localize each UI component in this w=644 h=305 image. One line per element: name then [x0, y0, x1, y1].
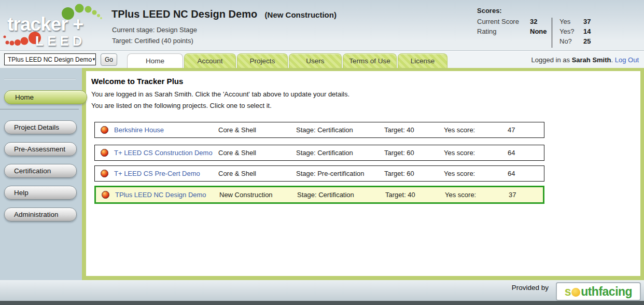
- score-label: Yes: [559, 18, 583, 25]
- sidebar-item-help[interactable]: Help: [4, 186, 77, 200]
- score-label: No?: [559, 37, 583, 45]
- southfacing-logo[interactable]: s uthfacing: [556, 282, 641, 301]
- project-name-link[interactable]: T+ LEED CS Pre-Cert Demo: [114, 170, 218, 177]
- intro-line-1: You are logged in as Sarah Smith. Click …: [91, 90, 349, 98]
- target-text: Target: Certified (40 points): [112, 37, 193, 45]
- southfacing-wordmark: s uthfacing: [565, 285, 632, 299]
- yes-score-value: 64: [508, 149, 544, 157]
- tab-projects[interactable]: Projects: [237, 53, 288, 68]
- app-logo: tracker + LEED: [3, 0, 112, 50]
- bottom-strip: [0, 301, 644, 305]
- score-label: Current Score: [477, 18, 530, 25]
- project-name-link[interactable]: Berkshire House: [114, 126, 218, 134]
- logo-wordmark-tracker: tracker +: [7, 13, 83, 35]
- project-target: Target: 60: [384, 170, 444, 177]
- yes-score-label: Yes score:: [444, 126, 508, 134]
- project-title: TPlus LEED NC Design Demo: [111, 8, 257, 20]
- project-name-link[interactable]: TPlus LEED NC Design Demo: [115, 191, 219, 199]
- project-stage: Stage: Pre-certification: [296, 170, 384, 177]
- project-rating-system: New Construction: [219, 191, 297, 199]
- project-row[interactable]: T+ LEED CS Pre-Cert Demo Core & Shell St…: [94, 165, 544, 182]
- footer: Provided by s uthfacing: [0, 280, 644, 305]
- score-value: 37: [583, 18, 591, 25]
- login-status: Logged in as Sarah Smith. Log Out: [531, 56, 639, 64]
- project-status-icon: [96, 191, 115, 199]
- project-row[interactable]: Berkshire House Core & Shell Stage: Cert…: [94, 122, 544, 138]
- score-row-yes: Yes 37: [559, 17, 605, 26]
- project-target: Target: 40: [385, 191, 445, 199]
- project-rating-system: Core & Shell: [218, 126, 296, 134]
- scores-right-column: Yes 37 Yes? 14 No? 25: [559, 17, 605, 48]
- brand-letter-s: s: [565, 285, 571, 299]
- project-rating-system: Core & Shell: [218, 149, 296, 157]
- score-row-rating: Rating None: [477, 26, 551, 36]
- go-button[interactable]: Go: [101, 53, 117, 66]
- tab-terms-of-use[interactable]: Terms of Use: [343, 53, 397, 68]
- yes-score-value: 64: [508, 170, 544, 177]
- content-frame: Welcome to Tracker Plus You are logged i…: [82, 68, 644, 280]
- project-status-icon: [95, 126, 114, 134]
- tab-users[interactable]: Users: [289, 53, 342, 68]
- scores-heading: Scores:: [477, 7, 605, 17]
- project-select[interactable]: TPlus LEED NC Design Demo ▼: [4, 53, 96, 65]
- navbar: TPlus LEED NC Design Demo ▼ Go Home Acco…: [0, 51, 644, 68]
- sidebar-divider-top: [4, 78, 76, 79]
- provided-by-text: Provided by: [512, 284, 549, 292]
- project-stage: Stage: Certification: [296, 149, 384, 157]
- score-label: Yes?: [559, 27, 583, 35]
- project-status-icon: [95, 170, 114, 177]
- score-value: None: [530, 27, 551, 35]
- score-value: 32: [530, 18, 551, 25]
- sidebar-item-pre-assessment[interactable]: Pre-Assessment: [4, 142, 77, 156]
- project-status-icon: [95, 149, 114, 157]
- login-prefix: Logged in as: [531, 56, 572, 64]
- logo-wordmark-leed: LEED: [35, 33, 86, 49]
- intro-line-2: You are listed on the following projects…: [91, 102, 272, 109]
- tracker-plus-app: tracker + LEED TPlus LEED NC Design Demo…: [0, 0, 644, 305]
- page-heading: Welcome to Tracker Plus: [91, 77, 183, 86]
- tab-home[interactable]: Home: [127, 53, 183, 68]
- score-row-current-score: Current Score 32: [477, 17, 551, 26]
- project-select-value: TPlus LEED NC Design Demo: [8, 56, 92, 63]
- sidebar-item-administration[interactable]: Administration: [4, 207, 77, 221]
- score-row-yes-maybe: Yes? 14: [559, 26, 605, 36]
- yes-score-label: Yes score:: [445, 191, 509, 199]
- project-stage: Stage: Certification: [297, 191, 385, 199]
- score-value: 25: [583, 37, 591, 45]
- sidebar-divider: [0, 109, 79, 109]
- yes-score-label: Yes score:: [444, 170, 508, 177]
- score-label: Rating: [477, 27, 530, 35]
- tab-account[interactable]: Account: [184, 53, 236, 68]
- sidebar: Home Project Details Pre-Assessment Cert…: [0, 68, 82, 280]
- dropdown-arrow-icon: ▼: [92, 57, 96, 62]
- project-name-link[interactable]: T+ LEED CS Construction Demo: [114, 149, 218, 157]
- project-target: Target: 40: [384, 126, 444, 134]
- brand-letters-rest: uthfacing: [581, 285, 632, 299]
- header: tracker + LEED TPlus LEED NC Design Demo…: [0, 0, 644, 51]
- logout-link[interactable]: Log Out: [615, 56, 639, 64]
- sun-icon: [571, 288, 580, 297]
- project-rating-system: Core & Shell: [218, 170, 296, 177]
- yes-score-value: 47: [508, 126, 544, 134]
- project-row[interactable]: T+ LEED CS Construction Demo Core & Shel…: [94, 145, 544, 161]
- yes-score-label: Yes score:: [444, 149, 508, 157]
- logged-in-user: Sarah Smith: [572, 56, 611, 64]
- tab-license[interactable]: License: [398, 53, 447, 68]
- yes-score-value: 37: [509, 191, 543, 199]
- scores-left-column: Current Score 32 Rating None: [477, 17, 551, 48]
- login-separator: .: [611, 56, 615, 64]
- score-row-no-maybe: No? 25: [559, 36, 605, 46]
- main-content: Welcome to Tracker Plus You are logged i…: [86, 71, 640, 276]
- project-target: Target: 60: [384, 149, 444, 157]
- project-stage: Stage: Certification: [296, 126, 384, 134]
- project-row-selected[interactable]: TPlus LEED NC Design Demo New Constructi…: [94, 186, 544, 204]
- scores-divider: [552, 18, 552, 48]
- current-stage-text: Current stage: Design Stage: [112, 26, 197, 34]
- tab-bar: Home Account Projects Users Terms of Use…: [127, 53, 447, 68]
- sidebar-item-project-details[interactable]: Project Details: [4, 120, 77, 134]
- scores-panel: Scores: Current Score 32 Rating None Yes: [477, 7, 605, 48]
- page-title-block: TPlus LEED NC Design Demo (New Construct…: [111, 8, 337, 20]
- project-type: (New Construction): [265, 10, 337, 19]
- sidebar-item-home[interactable]: Home: [4, 90, 87, 104]
- sidebar-item-certification[interactable]: Certification: [4, 164, 77, 178]
